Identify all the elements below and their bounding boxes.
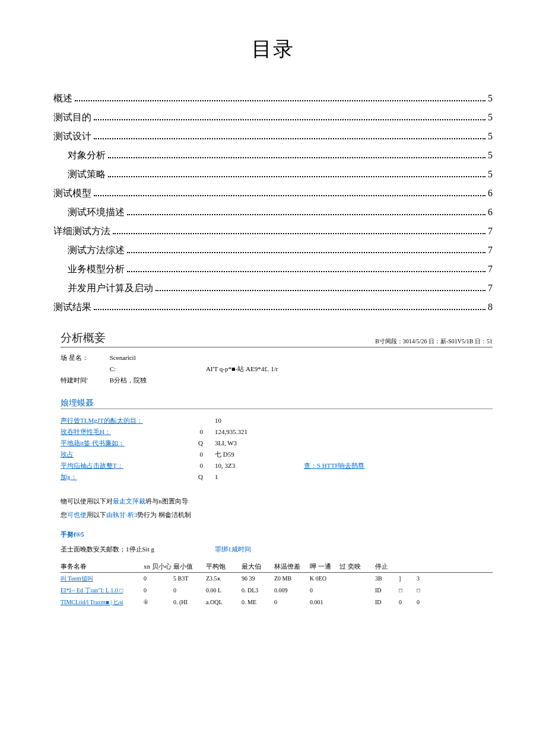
meta-label: 场 星名： [61,353,108,362]
row-link[interactable]: TIMCLiid/l Traxm■ | 匕si [61,599,123,605]
th: 林温僚差 [274,562,310,571]
th: 过 奕映 [339,562,375,571]
stat-row: 声行曾TLMgJT的酝太的目：10 [61,416,493,425]
toc-page: 7 [488,283,493,294]
cell-name: EI*I-- Ed 丁ran"I: L 1.0 □ [61,586,144,595]
row-link[interactable]: EI*I-- Ed 丁ran"I: L 1.0 □ [61,587,123,594]
toc-dots [94,138,485,139]
toc-page: 7 [488,245,493,256]
toc-dots [127,251,485,253]
toc-dots [127,270,485,272]
cell: 0 [144,587,173,594]
note-link[interactable]: 可也使 [67,511,87,518]
toc-entry[interactable]: 测试目的5 [53,111,493,124]
stat-v1: 124,935.321 [215,428,286,435]
cell: 0 [310,587,339,594]
stat-label[interactable]: 玫吞叶堡性毛H： [61,428,179,436]
stat-v1: 10, 3Z3 [215,462,286,469]
toc-entry[interactable]: 详细测试方法7 [53,225,493,238]
stats-list: 声行曾TLMgJT的酝太的目：10玫吞叶堡性毛H：0124,935.321平地藉… [61,416,493,481]
cell: 0.009 [274,587,310,594]
toc-label: 测试设计 [53,130,91,143]
stat-row: 玫吞叶堡性毛H：0124,935.321 [61,428,493,436]
cell: 0. (HI [173,599,206,605]
toc-entry[interactable]: 测试环境描述6 [53,206,493,219]
analysis-subtitle: B寸间段：3014/5/26 日：新-S01V5/1B 日：51 [375,337,493,346]
cell: 0. ME [242,599,274,605]
stat-v0: Q [179,473,215,480]
toc-entry[interactable]: 并发用户计算及启动7 [53,282,493,295]
cell: 3B [375,575,399,582]
cell: 0. DL3 [242,587,274,594]
stat-row: 玫占0七 D59 [61,450,493,459]
toc-entry[interactable]: 对象分析5 [53,149,493,162]
note-link[interactable]: 由執甘·析3 [106,511,137,518]
meta-row2: C: AI'T q-p*■-站 AE9*4£. 1/r [61,365,493,374]
toc-page: 5 [488,150,493,161]
note-text: 用以下 [87,511,106,518]
toc-label: 测试方法综述 [68,244,125,257]
toc-entry[interactable]: 测试方法综述7 [53,244,493,257]
toc-label: 测试模型 [53,187,91,200]
stats-heading: 娘埋蟆聂 [61,398,493,409]
toc-page: 7 [488,226,493,237]
toc-page: 8 [488,302,493,312]
cell: ID [375,587,399,594]
toc-entry[interactable]: 测试设计5 [53,130,493,143]
th [417,562,434,571]
toc-dots [127,213,485,215]
th: 最小值 [173,562,206,571]
table-row: TIMCLiid/l Traxm■ | 匕si®0. (HIa.OQL0. ME… [61,596,493,608]
th-name: 事务名眷 [61,562,144,571]
meta-scenario: 场 星名： Scenaricil [61,353,493,362]
toc-entry[interactable]: 业务模型分析7 [53,263,493,276]
toc-entry[interactable]: 概述5 [53,92,493,105]
stat-v0: 0 [179,451,215,458]
note-link[interactable]: 最走文萍裁 [113,497,145,505]
stat-v0: 0 [179,462,215,469]
meta-value: AI'T q-p*■-站 AE9*4£. 1/r [206,365,278,372]
toc-page: 5 [488,93,493,104]
toc-label: 业务模型分析 [68,263,125,276]
note-text: 坍与n图置向导 [145,497,188,505]
stat-v1: 1 [215,473,286,480]
toc-entry[interactable]: 测试结果8 [53,301,493,314]
meta-value: C: [110,365,205,372]
cell: Z3.5ᴋ [206,575,242,582]
toc-dots [108,157,485,158]
toc-dots [113,232,485,234]
toc-entry[interactable]: 测试策略5 [53,168,493,181]
toc-page: 6 [488,188,493,199]
toc-label: 测试策略 [68,168,106,181]
toc-page: 5 [488,131,493,142]
toc-label: 对象分析 [68,149,106,162]
dual-caption: 圣士面晚数安关邮数；1停止Sit g 罪绑1咸时间 [61,545,493,554]
stat-row: 平均疝袖占击故整T：010, 3Z3查：S HTTF响去鹊尊 [61,461,493,470]
stat-label[interactable]: 平地藉it签 代书廉如： [61,439,179,448]
stat-label[interactable]: 平均疝袖占击故整T： [61,461,179,470]
cell: 0 [274,599,310,605]
cell: 5 B3T [173,575,206,582]
stat-label[interactable]: 声行曾TLMgJT的酝太的目： [61,416,179,425]
analysis-header: 分析概妾 B寸间段：3014/5/26 日：新-S01V5/1B 日：51 [61,330,493,347]
stat-row: 平地藉it签 代书廉如：Q3LI, W3 [61,439,493,448]
stat-v1: 10 [215,417,286,424]
stat-link[interactable]: 查：S HTTF响去鹊尊 [304,461,364,470]
toc-dots [94,308,485,310]
row-link[interactable]: 叫 Teem侦叫 [61,575,93,582]
stat-v1: 七 D59 [215,450,286,459]
toc-page: 5 [488,112,493,123]
toc-dots [108,176,485,177]
stat-label[interactable]: 加g： [61,473,179,481]
toc-label: 测试目的 [53,111,91,124]
toc-page: 6 [488,207,493,218]
cell: □ [399,587,417,594]
meta-value: B分枯，院独 [110,376,205,385]
stat-label[interactable]: 玫占 [61,450,179,459]
meta-time: 特建时间' B分枯，院独 [61,376,493,385]
meta-label: 特建时间' [61,376,108,385]
cell: 0 [399,599,417,605]
caption-left: 圣士面晚数安关邮数；1停止Sit g [61,545,215,554]
toc-entry[interactable]: 测试模型6 [53,187,493,200]
analysis-section: 分析概妾 B寸间段：3014/5/26 日：新-S01V5/1B 日：51 场 … [53,330,493,608]
